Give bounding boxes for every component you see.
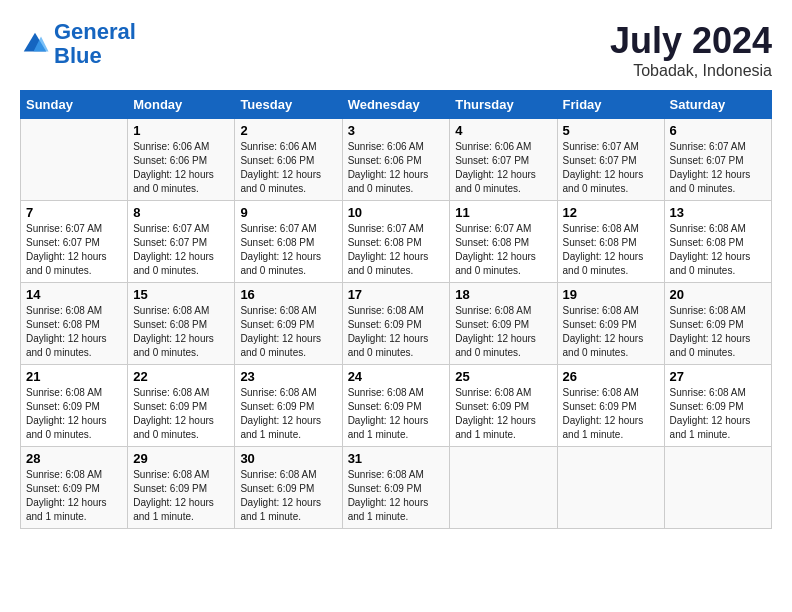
day-info: Sunrise: 6:07 AM Sunset: 6:07 PM Dayligh… — [670, 140, 766, 196]
calendar-cell: 12Sunrise: 6:08 AM Sunset: 6:08 PM Dayli… — [557, 201, 664, 283]
day-number: 2 — [240, 123, 336, 138]
day-number: 24 — [348, 369, 445, 384]
calendar-cell: 20Sunrise: 6:08 AM Sunset: 6:09 PM Dayli… — [664, 283, 771, 365]
calendar-cell: 3Sunrise: 6:06 AM Sunset: 6:06 PM Daylig… — [342, 119, 450, 201]
day-number: 21 — [26, 369, 122, 384]
day-number: 3 — [348, 123, 445, 138]
day-number: 15 — [133, 287, 229, 302]
title-block: July 2024 Tobadak, Indonesia — [610, 20, 772, 80]
day-number: 12 — [563, 205, 659, 220]
day-number: 5 — [563, 123, 659, 138]
day-info: Sunrise: 6:08 AM Sunset: 6:09 PM Dayligh… — [348, 304, 445, 360]
calendar-cell: 15Sunrise: 6:08 AM Sunset: 6:08 PM Dayli… — [128, 283, 235, 365]
calendar-cell: 2Sunrise: 6:06 AM Sunset: 6:06 PM Daylig… — [235, 119, 342, 201]
day-number: 7 — [26, 205, 122, 220]
day-number: 31 — [348, 451, 445, 466]
day-number: 13 — [670, 205, 766, 220]
day-info: Sunrise: 6:08 AM Sunset: 6:09 PM Dayligh… — [670, 304, 766, 360]
day-info: Sunrise: 6:08 AM Sunset: 6:09 PM Dayligh… — [455, 386, 551, 442]
header-monday: Monday — [128, 91, 235, 119]
day-info: Sunrise: 6:08 AM Sunset: 6:09 PM Dayligh… — [240, 468, 336, 524]
day-number: 23 — [240, 369, 336, 384]
calendar-cell: 18Sunrise: 6:08 AM Sunset: 6:09 PM Dayli… — [450, 283, 557, 365]
day-info: Sunrise: 6:08 AM Sunset: 6:09 PM Dayligh… — [348, 468, 445, 524]
calendar-cell: 24Sunrise: 6:08 AM Sunset: 6:09 PM Dayli… — [342, 365, 450, 447]
day-number: 16 — [240, 287, 336, 302]
day-info: Sunrise: 6:06 AM Sunset: 6:06 PM Dayligh… — [240, 140, 336, 196]
calendar-week-row: 7Sunrise: 6:07 AM Sunset: 6:07 PM Daylig… — [21, 201, 772, 283]
day-number: 25 — [455, 369, 551, 384]
day-info: Sunrise: 6:08 AM Sunset: 6:08 PM Dayligh… — [133, 304, 229, 360]
day-number: 8 — [133, 205, 229, 220]
day-info: Sunrise: 6:06 AM Sunset: 6:07 PM Dayligh… — [455, 140, 551, 196]
day-info: Sunrise: 6:07 AM Sunset: 6:08 PM Dayligh… — [348, 222, 445, 278]
logo-line2: Blue — [54, 43, 102, 68]
day-info: Sunrise: 6:08 AM Sunset: 6:09 PM Dayligh… — [563, 386, 659, 442]
calendar-cell: 8Sunrise: 6:07 AM Sunset: 6:07 PM Daylig… — [128, 201, 235, 283]
day-info: Sunrise: 6:08 AM Sunset: 6:09 PM Dayligh… — [563, 304, 659, 360]
day-info: Sunrise: 6:08 AM Sunset: 6:09 PM Dayligh… — [133, 468, 229, 524]
calendar-week-row: 14Sunrise: 6:08 AM Sunset: 6:08 PM Dayli… — [21, 283, 772, 365]
day-info: Sunrise: 6:08 AM Sunset: 6:08 PM Dayligh… — [670, 222, 766, 278]
header-wednesday: Wednesday — [342, 91, 450, 119]
day-number: 9 — [240, 205, 336, 220]
calendar-cell: 7Sunrise: 6:07 AM Sunset: 6:07 PM Daylig… — [21, 201, 128, 283]
calendar-table: SundayMondayTuesdayWednesdayThursdayFrid… — [20, 90, 772, 529]
calendar-cell — [21, 119, 128, 201]
calendar-cell: 23Sunrise: 6:08 AM Sunset: 6:09 PM Dayli… — [235, 365, 342, 447]
calendar-cell: 14Sunrise: 6:08 AM Sunset: 6:08 PM Dayli… — [21, 283, 128, 365]
day-info: Sunrise: 6:08 AM Sunset: 6:09 PM Dayligh… — [26, 468, 122, 524]
calendar-cell: 19Sunrise: 6:08 AM Sunset: 6:09 PM Dayli… — [557, 283, 664, 365]
calendar-cell: 27Sunrise: 6:08 AM Sunset: 6:09 PM Dayli… — [664, 365, 771, 447]
header-saturday: Saturday — [664, 91, 771, 119]
calendar-week-row: 21Sunrise: 6:08 AM Sunset: 6:09 PM Dayli… — [21, 365, 772, 447]
day-info: Sunrise: 6:08 AM Sunset: 6:09 PM Dayligh… — [240, 386, 336, 442]
calendar-cell: 4Sunrise: 6:06 AM Sunset: 6:07 PM Daylig… — [450, 119, 557, 201]
calendar-cell: 5Sunrise: 6:07 AM Sunset: 6:07 PM Daylig… — [557, 119, 664, 201]
day-info: Sunrise: 6:08 AM Sunset: 6:08 PM Dayligh… — [563, 222, 659, 278]
day-info: Sunrise: 6:08 AM Sunset: 6:08 PM Dayligh… — [26, 304, 122, 360]
day-info: Sunrise: 6:08 AM Sunset: 6:09 PM Dayligh… — [348, 386, 445, 442]
day-number: 17 — [348, 287, 445, 302]
calendar-cell: 28Sunrise: 6:08 AM Sunset: 6:09 PM Dayli… — [21, 447, 128, 529]
calendar-cell: 25Sunrise: 6:08 AM Sunset: 6:09 PM Dayli… — [450, 365, 557, 447]
header-sunday: Sunday — [21, 91, 128, 119]
calendar-cell — [664, 447, 771, 529]
day-info: Sunrise: 6:08 AM Sunset: 6:09 PM Dayligh… — [455, 304, 551, 360]
calendar-cell: 30Sunrise: 6:08 AM Sunset: 6:09 PM Dayli… — [235, 447, 342, 529]
day-number: 1 — [133, 123, 229, 138]
day-number: 26 — [563, 369, 659, 384]
calendar-cell: 13Sunrise: 6:08 AM Sunset: 6:08 PM Dayli… — [664, 201, 771, 283]
day-info: Sunrise: 6:07 AM Sunset: 6:08 PM Dayligh… — [455, 222, 551, 278]
header-thursday: Thursday — [450, 91, 557, 119]
day-info: Sunrise: 6:08 AM Sunset: 6:09 PM Dayligh… — [670, 386, 766, 442]
day-number: 18 — [455, 287, 551, 302]
header-friday: Friday — [557, 91, 664, 119]
calendar-cell: 16Sunrise: 6:08 AM Sunset: 6:09 PM Dayli… — [235, 283, 342, 365]
calendar-cell: 6Sunrise: 6:07 AM Sunset: 6:07 PM Daylig… — [664, 119, 771, 201]
calendar-week-row: 28Sunrise: 6:08 AM Sunset: 6:09 PM Dayli… — [21, 447, 772, 529]
day-info: Sunrise: 6:07 AM Sunset: 6:08 PM Dayligh… — [240, 222, 336, 278]
calendar-cell: 10Sunrise: 6:07 AM Sunset: 6:08 PM Dayli… — [342, 201, 450, 283]
calendar-header-row: SundayMondayTuesdayWednesdayThursdayFrid… — [21, 91, 772, 119]
day-info: Sunrise: 6:06 AM Sunset: 6:06 PM Dayligh… — [348, 140, 445, 196]
day-number: 19 — [563, 287, 659, 302]
header-tuesday: Tuesday — [235, 91, 342, 119]
main-title: July 2024 — [610, 20, 772, 62]
page-header: General Blue July 2024 Tobadak, Indonesi… — [20, 20, 772, 80]
day-info: Sunrise: 6:07 AM Sunset: 6:07 PM Dayligh… — [133, 222, 229, 278]
calendar-cell: 11Sunrise: 6:07 AM Sunset: 6:08 PM Dayli… — [450, 201, 557, 283]
calendar-cell — [450, 447, 557, 529]
calendar-cell: 29Sunrise: 6:08 AM Sunset: 6:09 PM Dayli… — [128, 447, 235, 529]
calendar-cell: 31Sunrise: 6:08 AM Sunset: 6:09 PM Dayli… — [342, 447, 450, 529]
day-number: 20 — [670, 287, 766, 302]
calendar-cell: 21Sunrise: 6:08 AM Sunset: 6:09 PM Dayli… — [21, 365, 128, 447]
day-info: Sunrise: 6:07 AM Sunset: 6:07 PM Dayligh… — [563, 140, 659, 196]
day-number: 11 — [455, 205, 551, 220]
day-info: Sunrise: 6:08 AM Sunset: 6:09 PM Dayligh… — [26, 386, 122, 442]
day-number: 27 — [670, 369, 766, 384]
day-number: 6 — [670, 123, 766, 138]
calendar-cell: 1Sunrise: 6:06 AM Sunset: 6:06 PM Daylig… — [128, 119, 235, 201]
day-number: 29 — [133, 451, 229, 466]
day-info: Sunrise: 6:06 AM Sunset: 6:06 PM Dayligh… — [133, 140, 229, 196]
